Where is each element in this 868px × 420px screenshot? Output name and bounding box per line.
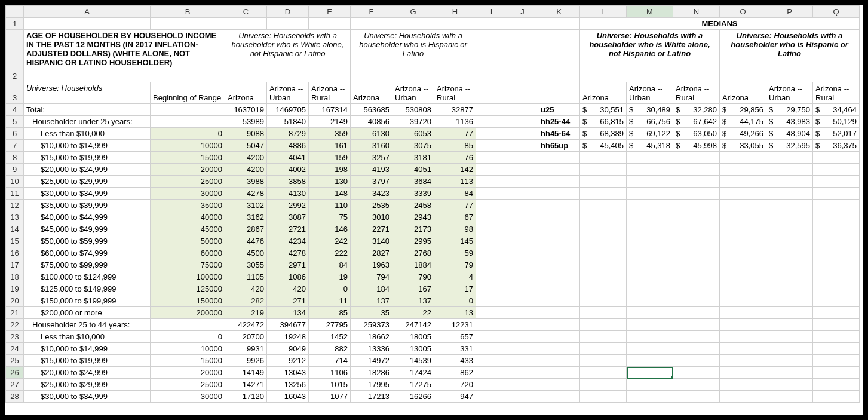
- cell-L27[interactable]: [580, 379, 627, 391]
- cell-M28[interactable]: [627, 391, 673, 403]
- cell-Q7[interactable]: $36,375: [813, 140, 860, 152]
- cell-H22[interactable]: 12231: [434, 319, 476, 331]
- cell-B18[interactable]: 100000: [151, 271, 225, 283]
- cell-D24[interactable]: 9049: [267, 343, 309, 355]
- row-header-20[interactable]: 20: [6, 295, 24, 307]
- cell-O2[interactable]: Universe: Households with a householder …: [720, 30, 860, 82]
- cell-B12[interactable]: 35000: [151, 200, 225, 211]
- cell-E6[interactable]: 359: [309, 128, 351, 140]
- cell-N23[interactable]: [673, 331, 720, 343]
- cell-C14[interactable]: 2867: [225, 223, 267, 235]
- cell-K6[interactable]: hh45-64: [538, 128, 580, 140]
- cell-D26[interactable]: 13043: [267, 367, 309, 379]
- row-header-16[interactable]: 16: [6, 247, 24, 259]
- row-header-14[interactable]: 14: [6, 223, 24, 235]
- cell-P10[interactable]: [766, 176, 813, 188]
- cell-C5[interactable]: 53989: [225, 116, 267, 128]
- cell-G23[interactable]: 18005: [392, 331, 434, 343]
- cell-G13[interactable]: 2943: [392, 211, 434, 223]
- cell-A13[interactable]: $40,000 to $44,999: [24, 211, 151, 223]
- cell-O5[interactable]: $44,175: [720, 116, 766, 128]
- cell-O7[interactable]: $33,055: [720, 140, 766, 152]
- cell-G17[interactable]: 1884: [392, 259, 434, 271]
- cell-P17[interactable]: [766, 259, 813, 271]
- cell-D28[interactable]: 16043: [267, 391, 309, 403]
- col-header-L[interactable]: L: [580, 6, 627, 18]
- cell-M16[interactable]: [627, 247, 673, 259]
- cell-P6[interactable]: $48,904: [766, 128, 813, 140]
- cell-I25[interactable]: [476, 355, 507, 367]
- cell-D5[interactable]: 51840: [267, 116, 309, 128]
- cell-O27[interactable]: [720, 379, 766, 391]
- cell-H17[interactable]: 79: [434, 259, 476, 271]
- cell-J20[interactable]: [507, 295, 538, 307]
- cell-F8[interactable]: 3257: [351, 152, 392, 164]
- cell-J22[interactable]: [507, 319, 538, 331]
- cell-N10[interactable]: [673, 176, 720, 188]
- cell-F16[interactable]: 2827: [351, 247, 392, 259]
- cell-Q16[interactable]: [813, 247, 860, 259]
- cell-C12[interactable]: 3102: [225, 200, 267, 211]
- row-header-4[interactable]: 4: [6, 104, 24, 116]
- cell-I10[interactable]: [476, 176, 507, 188]
- cell-P23[interactable]: [766, 331, 813, 343]
- cell-B15[interactable]: 50000: [151, 235, 225, 247]
- cell-O17[interactable]: [720, 259, 766, 271]
- cell-E16[interactable]: 222: [309, 247, 351, 259]
- cell-M27[interactable]: [627, 379, 673, 391]
- cell-I12[interactable]: [476, 200, 507, 211]
- cell-E22[interactable]: 27795: [309, 319, 351, 331]
- cell-C9[interactable]: 4200: [225, 164, 267, 176]
- cell-I15[interactable]: [476, 235, 507, 247]
- cell-L28[interactable]: [580, 391, 627, 403]
- cell-M3[interactable]: Arizona -- Urban: [627, 82, 673, 104]
- cell-M23[interactable]: [627, 331, 673, 343]
- col-header-P[interactable]: P: [766, 6, 813, 18]
- cell-A3[interactable]: Universe: Households: [24, 82, 151, 104]
- cell-Q8[interactable]: [813, 152, 860, 164]
- cell-D19[interactable]: 420: [267, 283, 309, 295]
- cell-O10[interactable]: [720, 176, 766, 188]
- cell-O3[interactable]: Arizona: [720, 82, 766, 104]
- cell-I6[interactable]: [476, 128, 507, 140]
- cell-A2[interactable]: AGE OF HOUSEHOLDER BY HOUSEHOLD INCOME I…: [24, 30, 225, 82]
- cell-L3[interactable]: Arizona: [580, 82, 627, 104]
- cell-I20[interactable]: [476, 295, 507, 307]
- cell-Q24[interactable]: [813, 343, 860, 355]
- spreadsheet-grid[interactable]: A B C D E F G H I J K L M N O P Q 1MEDIA…: [5, 5, 863, 415]
- cell-G27[interactable]: 17275: [392, 379, 434, 391]
- cell-E9[interactable]: 198: [309, 164, 351, 176]
- cell-L25[interactable]: [580, 355, 627, 367]
- cell-L23[interactable]: [580, 331, 627, 343]
- row-header-3[interactable]: 3: [6, 82, 24, 104]
- cell-E8[interactable]: 159: [309, 152, 351, 164]
- cell-I1[interactable]: [476, 18, 507, 30]
- cell-N16[interactable]: [673, 247, 720, 259]
- cell-Q27[interactable]: [813, 379, 860, 391]
- cell-Q28[interactable]: [813, 391, 860, 403]
- cell-I14[interactable]: [476, 223, 507, 235]
- cell-J18[interactable]: [507, 271, 538, 283]
- cell-M5[interactable]: $66,756: [627, 116, 673, 128]
- cell-D25[interactable]: 9212: [267, 355, 309, 367]
- cell-M15[interactable]: [627, 235, 673, 247]
- cell-I24[interactable]: [476, 343, 507, 355]
- cell-C8[interactable]: 4200: [225, 152, 267, 164]
- cell-B7[interactable]: 10000: [151, 140, 225, 152]
- cell-A27[interactable]: $25,000 to $29,999: [24, 379, 151, 391]
- cell-L11[interactable]: [580, 188, 627, 200]
- cell-N28[interactable]: [673, 391, 720, 403]
- cell-M18[interactable]: [627, 271, 673, 283]
- cell-H5[interactable]: 1136: [434, 116, 476, 128]
- cell-F3[interactable]: Arizona: [351, 82, 392, 104]
- cell-L7[interactable]: $45,405: [580, 140, 627, 152]
- cell-D4[interactable]: 1469705: [267, 104, 309, 116]
- cell-H19[interactable]: 17: [434, 283, 476, 295]
- cell-F12[interactable]: 2535: [351, 200, 392, 211]
- cell-B6[interactable]: 0: [151, 128, 225, 140]
- cell-B22[interactable]: [151, 319, 225, 331]
- cell-P7[interactable]: $32,595: [766, 140, 813, 152]
- cell-G3[interactable]: Arizona -- Urban: [392, 82, 434, 104]
- cell-I8[interactable]: [476, 152, 507, 164]
- cell-M10[interactable]: [627, 176, 673, 188]
